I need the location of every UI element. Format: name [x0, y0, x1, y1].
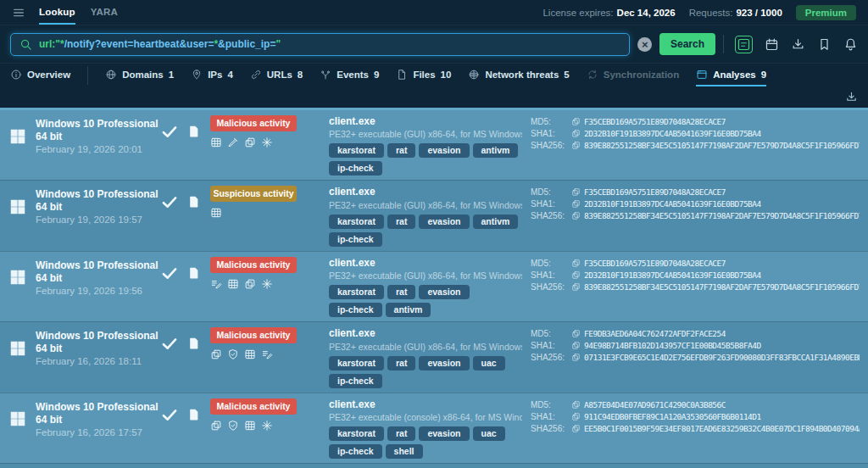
report-doc-icon[interactable]	[187, 195, 201, 209]
tag-evasion[interactable]: evasion	[419, 214, 469, 229]
tab-count: 5	[564, 70, 569, 80]
copy-icon[interactable]	[571, 117, 581, 126]
tag-rat[interactable]: rat	[387, 356, 415, 370]
copy-icon[interactable]	[571, 187, 581, 197]
burst-icon[interactable]	[261, 136, 273, 148]
tab-network-threats[interactable]: Network threats5	[468, 64, 569, 86]
hash-value: 94E98B714BFB102D143957CF1E00BD45B5B8FA4D	[584, 341, 761, 350]
tag-rat[interactable]: rat	[387, 285, 415, 299]
tag-karstorat[interactable]: karstorat	[329, 143, 384, 158]
tag-antivm[interactable]: antivm	[386, 303, 431, 317]
copy-icon[interactable]	[571, 329, 581, 338]
copy-icon[interactable]	[571, 259, 581, 268]
tag-ip-check[interactable]: ip-check	[329, 444, 382, 459]
search-query[interactable]: url:"*/notify?event=heartbeat&user=*&pub…	[39, 38, 281, 50]
table-row[interactable]: Windows 10 Professional 64 bit February …	[0, 110, 868, 180]
tag-rat[interactable]: rat	[387, 426, 415, 441]
nav-tab-lookup[interactable]: Lookup	[39, 0, 75, 25]
copy-icon[interactable]	[571, 141, 581, 150]
tag-ip-check[interactable]: ip-check	[329, 374, 382, 388]
copy-icon[interactable]	[571, 211, 581, 220]
tag-karstorat[interactable]: karstorat	[329, 214, 384, 229]
tab-analyses[interactable]: Analyses9	[696, 64, 766, 86]
tab-overview[interactable]: Overview	[10, 64, 70, 86]
tag-karstorat[interactable]: karstorat	[329, 356, 384, 370]
listedit-icon[interactable]	[210, 278, 222, 290]
listedit-icon[interactable]	[261, 348, 273, 360]
report-doc-icon[interactable]	[187, 266, 201, 280]
tag-uac[interactable]: uac	[473, 426, 505, 441]
nav-tab-yara[interactable]: YARA	[91, 0, 118, 25]
tag-karstorat[interactable]: karstorat	[329, 426, 384, 441]
tab-urls[interactable]: URLs8	[250, 64, 303, 86]
bookmark-icon[interactable]	[817, 37, 832, 52]
table-icon[interactable]	[210, 207, 222, 219]
tag-ip-check[interactable]: ip-check	[329, 161, 382, 176]
tab-files[interactable]: Files10	[396, 64, 451, 86]
file-name[interactable]: client.exe	[329, 327, 522, 339]
copy-icon[interactable]	[244, 136, 256, 148]
tag-ip-check[interactable]: ip-check	[329, 303, 382, 317]
tag-evasion[interactable]: evasion	[419, 426, 469, 441]
tag-shell[interactable]: shell	[386, 444, 423, 459]
table-row[interactable]: Windows 10 Professional 64 bit February …	[0, 463, 868, 468]
tag-evasion[interactable]: evasion	[419, 356, 469, 370]
copy-icon[interactable]	[571, 129, 581, 138]
file-name[interactable]: client.exe	[329, 257, 522, 269]
table-icon[interactable]	[210, 136, 222, 148]
table-icon[interactable]	[244, 420, 256, 432]
copy-icon[interactable]	[571, 424, 581, 433]
copy-icon[interactable]	[244, 278, 256, 290]
tab-synchronization[interactable]: Synchronization	[587, 64, 679, 86]
report-doc-icon[interactable]	[187, 408, 201, 421]
tag-rat[interactable]: rat	[387, 143, 415, 158]
table-row[interactable]: Windows 10 Professional 64 bit February …	[0, 393, 868, 463]
report-doc-icon[interactable]	[187, 337, 201, 350]
burst-icon[interactable]	[261, 278, 273, 290]
report-doc-icon[interactable]	[187, 125, 201, 138]
menu-icon[interactable]	[12, 6, 25, 20]
copy-icon[interactable]	[571, 412, 581, 421]
bell-icon[interactable]	[843, 37, 858, 52]
file-name[interactable]: client.exe	[329, 398, 522, 410]
tab-events[interactable]: Events9	[320, 64, 379, 86]
copy-icon[interactable]	[571, 341, 581, 350]
calendar-icon[interactable]	[765, 37, 779, 52]
tag-antivm[interactable]: antivm	[473, 143, 519, 158]
export-table-icon[interactable]	[845, 91, 858, 103]
table-icon[interactable]	[244, 348, 256, 360]
tag-antivm[interactable]: antivm	[473, 214, 519, 229]
copy-icon[interactable]	[571, 282, 581, 292]
copy-icon[interactable]	[571, 199, 581, 209]
copy-icon[interactable]	[210, 348, 222, 360]
tag-evasion[interactable]: evasion	[419, 143, 469, 158]
burst-icon[interactable]	[261, 420, 273, 432]
copy-icon[interactable]	[210, 420, 222, 432]
shield-icon[interactable]	[227, 420, 239, 432]
download-icon[interactable]	[791, 37, 805, 52]
table-row[interactable]: Windows 10 Professional 64 bit February …	[0, 251, 868, 321]
shield-icon[interactable]	[227, 348, 239, 360]
tab-domains[interactable]: Domains1	[105, 64, 174, 86]
table-row[interactable]: Windows 10 Professional 64 bit February …	[0, 180, 868, 250]
tag-karstorat[interactable]: karstorat	[329, 285, 384, 299]
search-button[interactable]: Search	[659, 33, 715, 55]
tag-ip-check[interactable]: ip-check	[329, 232, 382, 247]
tag-uac[interactable]: uac	[473, 356, 505, 370]
tag-evasion[interactable]: evasion	[419, 285, 469, 299]
copy-icon[interactable]	[571, 400, 581, 410]
clear-search-button[interactable]: ×	[637, 37, 652, 52]
file-name[interactable]: client.exe	[329, 186, 522, 198]
hash-cell: MD5:F35CEBD169A5751E89D7048A28ECACE7SHA1…	[531, 187, 860, 220]
file-name[interactable]: client.exe	[329, 115, 522, 127]
search-input[interactable]: url:"*/notify?event=heartbeat&user=*&pub…	[10, 33, 630, 56]
copy-icon[interactable]	[571, 270, 581, 280]
table-icon[interactable]	[227, 278, 239, 290]
copy-icon[interactable]	[571, 353, 581, 362]
tab-ips[interactable]: IPs4	[191, 64, 233, 86]
injector-icon[interactable]	[227, 136, 239, 148]
file-icon	[396, 69, 408, 81]
table-row[interactable]: Windows 10 Professional 64 bit February …	[0, 321, 868, 392]
search-templates-icon[interactable]	[735, 36, 753, 53]
tag-rat[interactable]: rat	[387, 214, 415, 229]
